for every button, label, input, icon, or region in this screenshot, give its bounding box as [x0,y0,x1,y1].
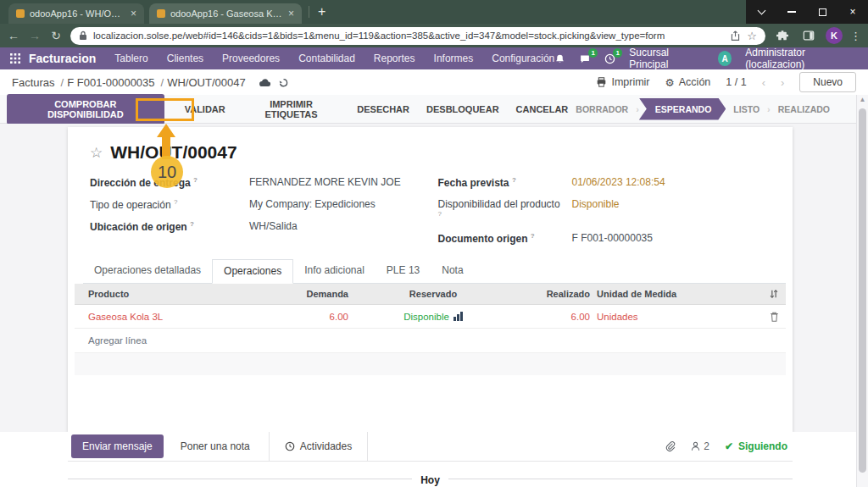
toggle-columns-icon[interactable] [757,289,779,299]
notebook-tabs: Operaciones detalladas Operaciones Info … [83,259,786,284]
favorite-star-icon[interactable]: ☆ [90,144,103,162]
pager-previous-icon[interactable]: ‹ [762,76,765,89]
print-button[interactable]: Imprimir [596,76,649,88]
product-availability-value[interactable]: Disponible [572,198,620,210]
breadcrumb-facturas[interactable]: Facturas [12,76,64,89]
menu-clientes[interactable]: Clientes [167,53,203,64]
new-tab-button[interactable]: + [318,5,326,19]
bookmark-star-icon[interactable]: ☆ [747,30,757,42]
send-message-button[interactable]: Enviar mensaje [71,434,164,458]
operation-type-value[interactable]: My Company: Expediciones [249,198,376,210]
restore-icon[interactable] [807,0,837,24]
messages-icon[interactable]: 1 [579,53,591,64]
cell-unidad[interactable]: Unidades [590,312,692,322]
scrollbar-up-icon[interactable]: ▲ [857,95,868,105]
menu-informes[interactable]: Informes [434,53,474,64]
tab-operaciones-detalladas[interactable]: Operaciones detalladas [83,259,212,283]
action-button[interactable]: ⚙ Acción [665,76,711,89]
add-line-link[interactable]: Agregar línea [75,329,786,353]
address-bar[interactable]: localizacion.solse.pe/web#id=146&cids=1&… [70,27,765,45]
side-panel-icon[interactable] [799,30,818,42]
app-name[interactable]: Facturacion [29,52,96,65]
user-menu[interactable]: Administrator (localizacion) [745,47,858,70]
close-icon[interactable]: × [837,0,868,24]
minimize-icon[interactable] [776,0,807,24]
back-icon[interactable]: ← [7,30,20,42]
extensions-puzzle-icon[interactable] [773,30,792,42]
reload-icon[interactable]: ↻ [49,30,63,42]
browser-toolbar: ← → ↻ localizacion.solse.pe/web#id=146&c… [0,24,868,47]
followers-button[interactable]: 2 [691,440,709,452]
browser-tab-1[interactable]: odooApp16 - WH/OUT/00047 × [8,3,144,24]
header-realizado[interactable]: Realizado [518,289,590,299]
pager-next-icon[interactable]: › [781,76,784,89]
tab-close-icon[interactable]: × [131,8,136,19]
menu-reportes[interactable]: Reportes [374,53,415,64]
forecast-chart-icon[interactable] [453,312,463,321]
tab-title: odooApp16 - Gaseosa Kola 3L [170,8,283,19]
menu-configuracion[interactable]: Configuración [492,53,554,64]
messages-badge: 1 [588,48,598,58]
source-location-value[interactable]: WH/Salida [249,220,298,232]
menu-tablero[interactable]: Tablero [114,53,147,64]
url-text[interactable]: localizacion.solse.pe/web#id=146&cids=1&… [93,30,724,41]
attachment-paperclip-icon[interactable] [665,440,676,452]
tab-close-icon[interactable]: × [288,8,294,19]
notifications-bell-icon[interactable] [554,53,565,64]
cell-demanda[interactable]: 6.00 [268,312,348,322]
state-steps: BORRADOR › ESPERANDO LISTO › REALIZADO [568,98,837,120]
source-document-value[interactable]: F F001-00000035 [572,232,653,244]
tab-info-adicional[interactable]: Info adicional [293,259,376,283]
header-unidad[interactable]: Unidad de Medida [590,289,692,299]
forward-icon[interactable]: → [28,30,42,42]
new-record-button[interactable]: Nuevo [799,72,856,92]
browser-menu-icon[interactable]: ⋮ [850,30,861,42]
vertical-scrollbar[interactable]: ▲ [856,95,868,487]
breadcrumb-current: WH/OUT/00047 [167,76,251,89]
state-borrador[interactable]: BORRADOR [568,104,636,114]
print-label: Imprimir [611,76,649,88]
table-row[interactable]: Gaseosa Kola 3L 6.00 Disponible 6.00 Uni… [75,305,786,329]
tab-ple-13[interactable]: PLE 13 [376,259,431,283]
saved-cloud-icon[interactable] [259,78,271,87]
scheduled-date-value[interactable]: 01/06/2023 12:08:54 [572,176,665,188]
tab-operaciones[interactable]: Operaciones [212,259,293,284]
pager-counter: 1 / 1 [726,76,746,88]
tab-divider [309,6,309,18]
menu-proveedores[interactable]: Proveedores [222,53,280,64]
profile-avatar[interactable]: K [826,27,843,44]
state-esperando[interactable]: ESPERANDO [639,98,726,120]
header-reservado[interactable]: Reservado [348,289,518,299]
state-listo[interactable]: LISTO [726,104,767,114]
cell-realizado[interactable]: 6.00 [518,312,590,322]
log-note-button[interactable]: Poner una nota [181,440,250,452]
annotation-highlight-box [136,98,194,121]
cell-producto[interactable]: Gaseosa Kola 3L [81,312,268,322]
clock-icon [285,441,295,451]
breadcrumb-invoice[interactable]: F F001-00000035 [67,76,164,89]
following-button[interactable]: ✔ Siguiendo [725,440,787,452]
menu-contabilidad[interactable]: Contabilidad [298,53,355,64]
content-area: ☆ WH/OUT/00047 Dirección de entrega ? FE… [0,124,868,487]
tab-nota[interactable]: Nota [431,259,474,283]
print-labels-button[interactable]: IMPRIMIR ETIQUETAS [242,99,341,119]
apps-grid-icon[interactable] [10,53,20,64]
scrap-button[interactable]: DESECHAR [357,104,409,114]
delete-row-trash-icon[interactable] [757,312,779,322]
unlock-button[interactable]: DESBLOQUEAR [426,104,499,114]
state-realizado[interactable]: REALIZADO [771,104,837,114]
delivery-address-value[interactable]: FERNANDEZ MORE KEVIN JOE [249,176,401,188]
activities-clock-icon[interactable]: 1 [604,53,615,64]
scrollbar-thumb[interactable] [859,108,866,473]
tab-search-icon[interactable] [746,0,776,24]
cell-reservado[interactable]: Disponible [403,312,449,322]
share-icon[interactable] [730,30,741,42]
browser-tab-2[interactable]: odooApp16 - Gaseosa Kola 3L × [149,3,302,24]
activities-button[interactable]: Actividades [269,432,368,462]
header-demanda[interactable]: Demanda [268,289,348,299]
cancel-button[interactable]: CANCELAR [516,104,569,114]
user-avatar[interactable]: A [718,51,732,66]
header-producto[interactable]: Producto [81,289,268,299]
discard-undo-icon[interactable] [278,77,289,88]
company-switcher[interactable]: Sucursal Principal [629,47,704,70]
